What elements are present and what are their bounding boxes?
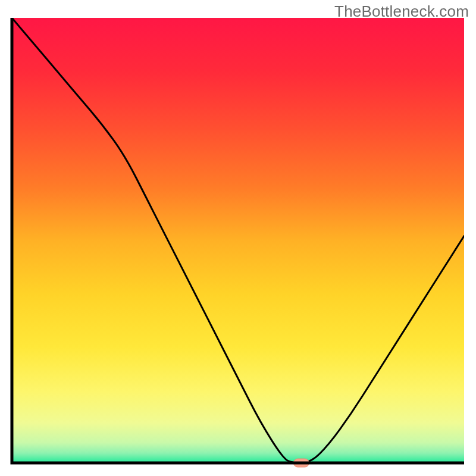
chart-svg — [0, 0, 476, 476]
gradient-background — [12, 18, 464, 463]
chart-stage: TheBottleneck.com — [0, 0, 476, 476]
